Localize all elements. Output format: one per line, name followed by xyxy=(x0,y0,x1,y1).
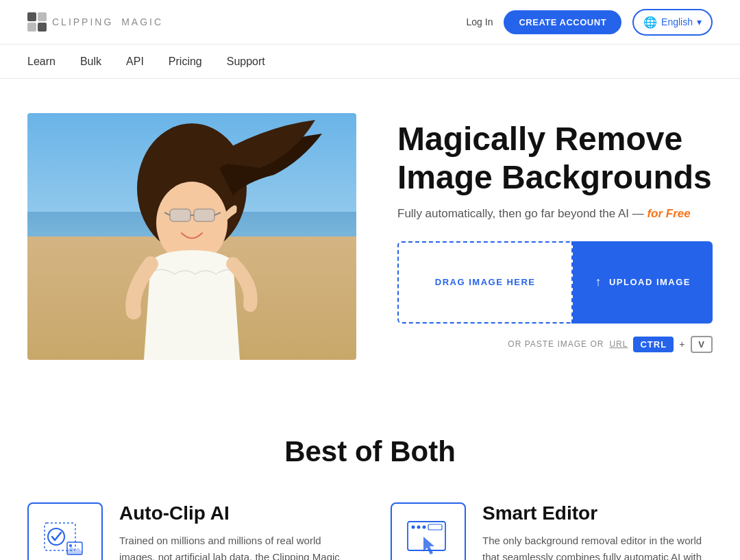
paste-label: OR PASTE IMAGE OR xyxy=(508,339,604,349)
svg-rect-4 xyxy=(194,209,214,221)
svg-point-9 xyxy=(48,528,64,545)
logo-sub: MAGIC xyxy=(121,16,163,27)
drag-drop-zone[interactable]: DRAG IMAGE HERE xyxy=(397,241,573,324)
create-account-button[interactable]: CREATE ACCOUNT xyxy=(504,10,621,34)
header: CLIPPING MAGIC Log In CREATE ACCOUNT 🌐 E… xyxy=(0,0,740,45)
auto-clip-svg xyxy=(41,516,89,560)
upload-arrow-icon: ↑ xyxy=(595,275,602,289)
smart-editor-description: The only background removal editor in th… xyxy=(482,533,713,560)
logo-squares xyxy=(27,12,47,32)
feature-smart-editor: Smart Editor The only background removal… xyxy=(391,502,713,560)
auto-clip-icon xyxy=(27,502,103,560)
features-row: Auto-Clip AI Trained on millions and mil… xyxy=(27,502,713,560)
paste-area: OR PASTE IMAGE OR URL CTRL + V xyxy=(397,336,713,353)
smart-editor-icon xyxy=(391,502,466,560)
upload-button-label: UPLOAD IMAGE xyxy=(609,277,691,287)
auto-clip-title: Auto-Clip AI xyxy=(119,502,349,524)
upload-area: DRAG IMAGE HERE ↑ UPLOAD IMAGE xyxy=(397,241,713,324)
woman-svg xyxy=(27,113,356,360)
logo-sq-1 xyxy=(27,12,36,21)
language-selector[interactable]: 🌐 English ▾ xyxy=(632,9,713,36)
ctrl-badge: CTRL xyxy=(633,337,674,352)
chevron-down-icon: ▾ xyxy=(697,16,702,27)
nav-item-support[interactable]: Support xyxy=(227,56,265,68)
smart-editor-svg xyxy=(404,516,452,560)
nav-item-bulk[interactable]: Bulk xyxy=(80,56,101,68)
login-link[interactable]: Log In xyxy=(467,16,493,27)
hero-image xyxy=(27,113,356,360)
feature-auto-clip: Auto-Clip AI Trained on millions and mil… xyxy=(27,502,349,560)
logo-sq-4 xyxy=(38,23,47,32)
nav-item-api[interactable]: API xyxy=(126,56,144,68)
smart-editor-title: Smart Editor xyxy=(482,502,713,524)
globe-icon: 🌐 xyxy=(643,16,657,29)
hero-free-label: for Free xyxy=(647,207,690,220)
svg-rect-16 xyxy=(428,524,442,530)
v-badge: V xyxy=(691,336,713,353)
nav-item-learn[interactable]: Learn xyxy=(27,56,56,68)
plus-sign: + xyxy=(679,339,685,350)
nav-item-pricing[interactable]: Pricing xyxy=(169,56,202,68)
logo-sq-2 xyxy=(38,12,47,21)
hero-image-container xyxy=(27,113,356,360)
features-title: Best of Both xyxy=(27,435,713,468)
logo-sq-3 xyxy=(27,23,36,32)
upload-image-button[interactable]: ↑ UPLOAD IMAGE xyxy=(573,241,713,324)
features-section: Best of Both Auto-Clip AI Trained xyxy=(0,401,740,560)
svg-rect-3 xyxy=(170,209,190,221)
hero-subtitle: Fully automatically, then go far beyond … xyxy=(397,207,713,221)
logo-main: CLIPPING xyxy=(52,16,113,27)
svg-point-15 xyxy=(423,526,426,529)
auto-clip-description: Trained on millions and millions of real… xyxy=(119,533,349,560)
auto-clip-text: Auto-Clip AI Trained on millions and mil… xyxy=(119,502,349,560)
main-nav: Learn Bulk API Pricing Support xyxy=(0,45,740,79)
hero-subtitle-main: Fully automatically, then go far beyond … xyxy=(397,207,644,220)
logo-text: CLIPPING MAGIC xyxy=(52,16,163,27)
logo[interactable]: CLIPPING MAGIC xyxy=(27,12,163,32)
smart-editor-text: Smart Editor The only background removal… xyxy=(482,502,713,560)
svg-point-11 xyxy=(69,544,72,547)
hero-title: Magically Remove Image Backgrounds xyxy=(397,120,713,195)
drag-zone-label: DRAG IMAGE HERE xyxy=(435,277,536,287)
header-right: Log In CREATE ACCOUNT 🌐 English ▾ xyxy=(467,9,713,36)
hero-section: Magically Remove Image Backgrounds Fully… xyxy=(0,79,740,401)
svg-point-14 xyxy=(417,526,421,529)
language-label: English xyxy=(661,16,693,27)
hero-content: Magically Remove Image Backgrounds Fully… xyxy=(397,120,713,352)
svg-point-13 xyxy=(412,526,415,529)
url-link[interactable]: URL xyxy=(609,339,628,349)
